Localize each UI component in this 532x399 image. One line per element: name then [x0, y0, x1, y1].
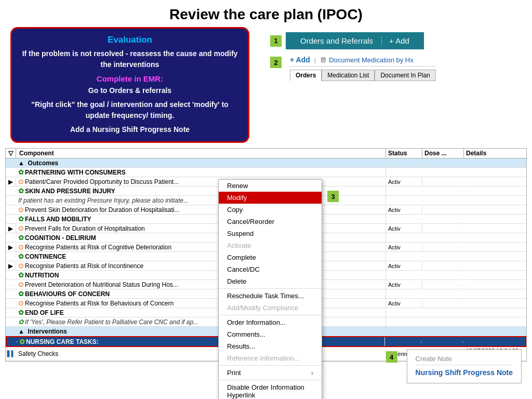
- component-cell: ✿END OF LIFE: [16, 308, 386, 317]
- details-cell: [464, 163, 526, 164]
- eval-box: Evaluation If the problem is not resolve…: [10, 27, 249, 143]
- table-row[interactable]: ▲ Outcomes: [6, 158, 526, 168]
- tab-document-in-plan[interactable]: Document In Plan: [375, 70, 435, 81]
- status-cell: Activ: [386, 300, 422, 307]
- context-menu-item-reference: Reference Information...: [219, 352, 322, 364]
- dose-cell: [422, 322, 464, 323]
- component-cell: Safety Checks: [16, 350, 386, 358]
- checkbox-checked2[interactable]: [11, 350, 14, 357]
- top-section: Evaluation If the problem is not resolve…: [0, 27, 532, 143]
- details-cell: [464, 322, 526, 323]
- tab-orders[interactable]: Orders: [290, 70, 322, 81]
- filter-cell: [6, 275, 16, 276]
- filter-cell: [6, 331, 16, 332]
- circle-icon: ⊙: [18, 206, 24, 214]
- right-panel: 1 Orders and Referrals + Add 2 + Add | 🖹…: [260, 27, 522, 143]
- spiral-icon: ✿: [18, 215, 24, 223]
- context-menu-divider3: [219, 365, 322, 366]
- spiral-icon: ✿: [18, 318, 24, 326]
- create-note-box: Create Note Nursing Shift Progress Note: [407, 349, 522, 383]
- status-cell: Activ: [386, 206, 422, 214]
- spiral-icon: ✿: [18, 252, 24, 260]
- eval-line1: Go to Orders & referrals: [21, 85, 238, 96]
- dose-cell: [422, 191, 464, 192]
- details-cell: [464, 265, 526, 267]
- spiral-icon: ✿: [18, 271, 24, 279]
- nursing-shift-progress-note-item[interactable]: Nursing Shift Progress Note: [416, 368, 513, 377]
- context-menu-item-order-info[interactable]: Order Information...: [219, 316, 322, 328]
- context-menu-item-renew[interactable]: Renew: [219, 180, 322, 192]
- context-menu-item-print[interactable]: Print ›: [219, 367, 322, 379]
- circle-icon: ⊙: [18, 262, 24, 270]
- details-cell: [464, 172, 526, 173]
- page-title: Review the care plan (IPOC): [0, 0, 532, 27]
- table-row[interactable]: ✿PARTNERING WITH CONSUMERS: [6, 168, 526, 177]
- details-cell: [464, 331, 526, 332]
- filter-cell: [6, 256, 16, 257]
- checkbox-checked[interactable]: [7, 350, 10, 357]
- status-cell: [386, 191, 422, 192]
- context-menu-item-cancel-reorder[interactable]: Cancel/Reorder: [219, 216, 322, 228]
- status-cell: [386, 200, 422, 201]
- tab-medication-list[interactable]: Medication List: [322, 70, 375, 81]
- component-cell: ⊙Prevent Deterioration of Nutritional St…: [16, 280, 386, 289]
- context-menu-item-delete[interactable]: Delete: [219, 275, 322, 287]
- col-status-header: Status: [386, 149, 422, 158]
- circle-icon: ⊙: [18, 243, 24, 251]
- context-menu-item-activate: Activate: [219, 240, 322, 251]
- context-menu-item-suspend[interactable]: Suspend: [219, 228, 322, 240]
- print-arrow-icon: ›: [311, 369, 313, 377]
- eval-complete-label: Complete in EMR:: [21, 74, 238, 83]
- spiral-icon: ✿: [18, 187, 24, 195]
- filter-cell: ▶: [6, 243, 16, 251]
- col-filter-header: ▽: [6, 149, 16, 158]
- details-cell: [464, 312, 526, 313]
- filter-cell: [6, 312, 16, 313]
- doc-med-text: Document Medication by Hx: [329, 56, 414, 64]
- context-menu-item-modify[interactable]: Modify: [219, 192, 322, 204]
- step1-badge: 1: [270, 35, 282, 47]
- component-cell: ⊙Recognise Patients at Risk for Behaviou…: [16, 299, 386, 308]
- component-cell: ▲ Outcomes: [16, 159, 386, 167]
- dose-cell: [421, 341, 463, 342]
- context-menu: Renew Modify Copy Cancel/Reorder Suspend…: [218, 179, 322, 399]
- context-menu-item-reschedule[interactable]: Reschedule Task Times...: [219, 290, 322, 302]
- component-cell: ✿FALLS AND MOBILITY: [16, 215, 386, 223]
- step1-row: 1 Orders and Referrals + Add: [270, 32, 522, 49]
- details-cell: [464, 284, 526, 285]
- dose-cell: [422, 237, 464, 238]
- dose-cell: [422, 200, 464, 201]
- context-menu-item-complete[interactable]: Complete: [219, 251, 322, 263]
- doc-med-area: + Add | 🖹 Document Medication by Hx Orde…: [290, 56, 436, 81]
- add-plus-icon: + Add: [290, 56, 310, 64]
- orders-referrals-button[interactable]: Orders and Referrals + Add: [286, 32, 424, 49]
- context-menu-item-disable-hyperlink[interactable]: Disable Order Information Hyperlink: [219, 381, 322, 399]
- doc-med-link-row[interactable]: + Add | 🖹 Document Medication by Hx: [290, 56, 436, 66]
- details-cell: [464, 209, 526, 210]
- eval-line2: "Right click" the goal / intervention an…: [21, 99, 238, 121]
- details-cell: [464, 275, 526, 276]
- filter-cell: [6, 172, 16, 173]
- context-menu-item-copy[interactable]: Copy: [219, 204, 322, 216]
- status-cell: Activ: [386, 244, 422, 251]
- filter-cell: [7, 341, 17, 342]
- circle-icon: ⊙: [18, 178, 24, 185]
- filter-cell: [6, 350, 16, 358]
- dose-cell: [422, 294, 464, 295]
- circle-icon: ⊙: [18, 224, 24, 232]
- orders-referrals-label: Orders and Referrals: [300, 36, 373, 45]
- eval-body-line1: If the problem is not resolved - reasses…: [21, 48, 238, 70]
- tabs-row: Orders Medication List Document In Plan: [290, 70, 436, 81]
- details-cell: [464, 247, 526, 248]
- component-cell: ✿NURSING CARE TASKS:: [17, 337, 385, 346]
- context-menu-item-comments[interactable]: Comments...: [219, 328, 322, 340]
- status-cell: [386, 294, 422, 295]
- spiral-icon: ✿: [18, 309, 24, 316]
- component-cell: ✿COGNITION - DELIRIUM: [16, 233, 386, 242]
- context-menu-item-cancel-dc[interactable]: Cancel/DC: [219, 263, 322, 275]
- context-menu-item-results[interactable]: Results...: [219, 340, 322, 352]
- details-cell: [464, 237, 526, 238]
- component-cell: ✿CONTINENCE: [16, 252, 386, 261]
- dose-cell: [422, 247, 464, 248]
- step4-badge-area: 4: [386, 349, 402, 363]
